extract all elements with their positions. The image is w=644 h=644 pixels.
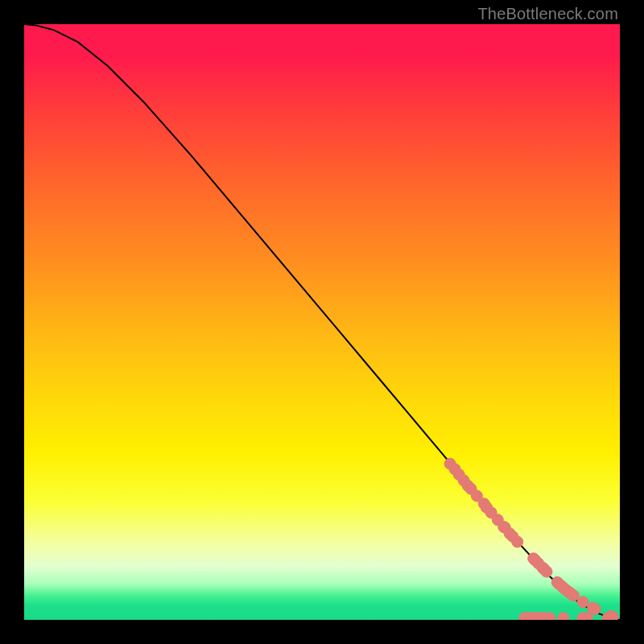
baseline-marker: [581, 613, 592, 620]
chart-overlay-svg: [24, 24, 620, 620]
baseline-marker: [544, 613, 555, 620]
curve-marker: [512, 536, 523, 547]
curve-marker: [589, 604, 601, 615]
chart-frame: TheBottleneck.com: [0, 0, 644, 644]
marker-group: [444, 458, 618, 620]
main-curve: [24, 24, 620, 620]
curve-marker: [541, 566, 552, 577]
curve-marker: [577, 597, 588, 608]
baseline-marker: [606, 613, 617, 620]
baseline-marker-group: [519, 613, 617, 620]
attribution-text: TheBottleneck.com: [477, 5, 618, 23]
curve-marker: [568, 590, 579, 601]
plot-area: [24, 24, 620, 620]
baseline-marker: [558, 613, 569, 620]
